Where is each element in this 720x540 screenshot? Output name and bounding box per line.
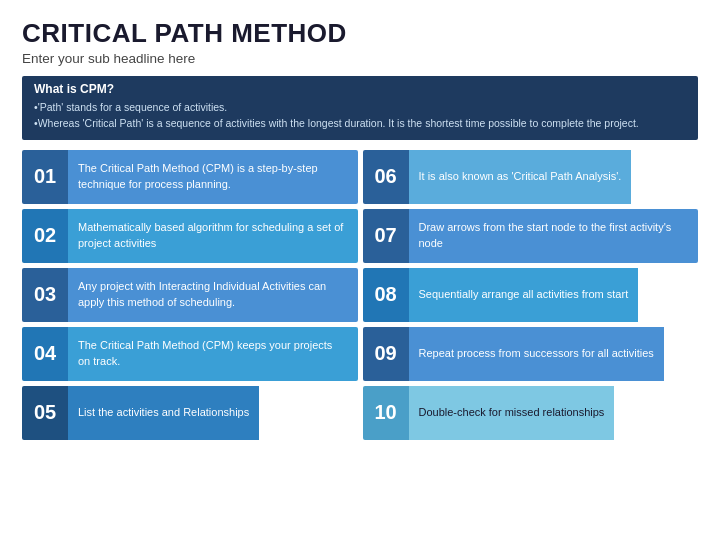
card-02: 02 Mathematically based algorithm for sc… <box>22 209 358 263</box>
card-07-text: Draw arrows from the start node to the f… <box>409 209 699 263</box>
card-01: 01 The Critical Path Method (CPM) is a s… <box>22 150 358 204</box>
card-04-num: 04 <box>22 327 68 381</box>
card-02-num: 02 <box>22 209 68 263</box>
what-is-box: What is CPM? •'Path' stands for a sequen… <box>22 76 698 140</box>
what-is-bullet-2: •Whereas 'Critical Path' is a sequence o… <box>34 116 686 132</box>
main-title: CRITICAL PATH METHOD <box>22 18 698 49</box>
card-05-text: List the activities and Relationships <box>68 386 259 440</box>
card-09: 09 Repeat process from successors for al… <box>363 327 699 381</box>
card-03-text: Any project with Interacting Individual … <box>68 268 358 322</box>
page: CRITICAL PATH METHOD Enter your sub head… <box>0 0 720 540</box>
card-01-text: The Critical Path Method (CPM) is a step… <box>68 150 358 204</box>
card-07: 07 Draw arrows from the start node to th… <box>363 209 699 263</box>
card-05-num: 05 <box>22 386 68 440</box>
card-01-num: 01 <box>22 150 68 204</box>
card-10-num: 10 <box>363 386 409 440</box>
card-04: 04 The Critical Path Method (CPM) keeps … <box>22 327 358 381</box>
cards-grid: 01 The Critical Path Method (CPM) is a s… <box>22 150 698 440</box>
card-06: 06 It is also known as 'Critical Path An… <box>363 150 699 204</box>
card-07-num: 07 <box>363 209 409 263</box>
card-10: 10 Double-check for missed relationships <box>363 386 699 440</box>
card-03-num: 03 <box>22 268 68 322</box>
sub-headline: Enter your sub headline here <box>22 51 698 66</box>
card-02-text: Mathematically based algorithm for sched… <box>68 209 358 263</box>
what-is-bullet-1: •'Path' stands for a sequence of activit… <box>34 100 686 116</box>
card-08: 08 Sequentially arrange all activities f… <box>363 268 699 322</box>
card-09-text: Repeat process from successors for all a… <box>409 327 664 381</box>
what-is-title: What is CPM? <box>34 82 686 96</box>
card-04-text: The Critical Path Method (CPM) keeps you… <box>68 327 358 381</box>
card-10-text: Double-check for missed relationships <box>409 386 615 440</box>
card-08-num: 08 <box>363 268 409 322</box>
card-05: 05 List the activities and Relationships <box>22 386 358 440</box>
card-06-text: It is also known as 'Critical Path Analy… <box>409 150 632 204</box>
card-06-num: 06 <box>363 150 409 204</box>
card-08-text: Sequentially arrange all activities from… <box>409 268 639 322</box>
card-09-num: 09 <box>363 327 409 381</box>
card-03: 03 Any project with Interacting Individu… <box>22 268 358 322</box>
